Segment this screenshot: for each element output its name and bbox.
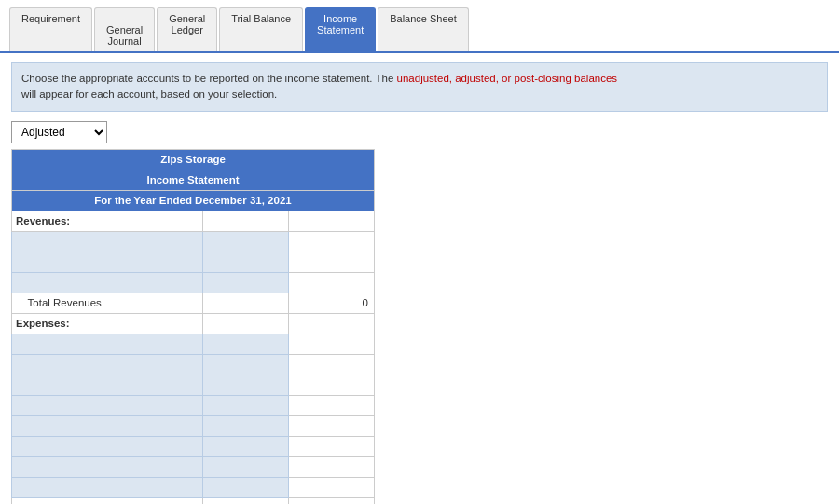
revenue-account-1-input[interactable] bbox=[16, 236, 199, 247]
expense-account-1-input[interactable] bbox=[16, 338, 199, 349]
expenses-section-label-row: Expenses: bbox=[12, 313, 375, 334]
expense-amount-2a[interactable] bbox=[202, 354, 288, 375]
expense-account-8-input[interactable] bbox=[16, 482, 199, 493]
report-period-row: For the Year Ended December 31, 2021 bbox=[12, 190, 375, 211]
report-title: Income Statement bbox=[12, 170, 375, 190]
revenue-account-2[interactable] bbox=[12, 252, 203, 272]
revenue-amount-3a-input[interactable] bbox=[207, 277, 284, 288]
expense-amount-7a-input[interactable] bbox=[207, 461, 284, 472]
info-text-after: will appear for each account, based on y… bbox=[21, 89, 277, 100]
expense-amount-3a-input[interactable] bbox=[207, 379, 284, 390]
total-expenses-label: Total Expenses bbox=[12, 497, 203, 504]
dropdown-row: Unadjusted Adjusted Post-Closing bbox=[11, 121, 828, 143]
expense-account-7-input[interactable] bbox=[16, 461, 199, 472]
expense-account-3-input[interactable] bbox=[16, 379, 199, 390]
balance-type-dropdown[interactable]: Unadjusted Adjusted Post-Closing bbox=[11, 121, 107, 143]
expense-account-7[interactable] bbox=[12, 456, 203, 477]
tab-general-journal-label: GeneralJournal bbox=[106, 24, 143, 47]
expense-amount-1a[interactable] bbox=[202, 334, 288, 354]
revenue-account-3[interactable] bbox=[12, 272, 203, 293]
revenue-account-1[interactable] bbox=[12, 231, 203, 252]
expense-amount-5a-input[interactable] bbox=[207, 420, 284, 431]
expense-account-4-input[interactable] bbox=[16, 400, 199, 411]
company-name-row: Zips Storage bbox=[12, 149, 375, 170]
expense-amount-4a-input[interactable] bbox=[207, 400, 284, 411]
expense-account-2[interactable] bbox=[12, 354, 203, 375]
tab-balance-sheet[interactable]: Balance Sheet bbox=[378, 7, 469, 51]
expense-account-5-input[interactable] bbox=[16, 420, 199, 431]
revenues-section-label-row: Revenues: bbox=[12, 211, 375, 231]
expense-account-3[interactable] bbox=[12, 375, 203, 395]
revenue-row-2 bbox=[12, 252, 375, 272]
info-box: Choose the appropriate accounts to be re… bbox=[11, 62, 828, 112]
expense-row-2 bbox=[12, 354, 375, 375]
tab-income-statement[interactable]: IncomeStatement bbox=[305, 7, 376, 51]
tab-general-journal[interactable]: GeneralJournal bbox=[94, 7, 155, 51]
total-expenses-value: 0 bbox=[288, 497, 374, 504]
expense-amount-4a[interactable] bbox=[202, 395, 288, 415]
total-revenues-value: 0 bbox=[288, 293, 374, 313]
expense-amount-1a-input[interactable] bbox=[207, 338, 284, 349]
revenue-row-3 bbox=[12, 272, 375, 293]
expense-row-4 bbox=[12, 395, 375, 415]
tab-general-ledger-label: GeneralLedger bbox=[169, 13, 205, 35]
expense-row-7 bbox=[12, 456, 375, 477]
report-period: For the Year Ended December 31, 2021 bbox=[12, 190, 375, 211]
tab-requirement[interactable]: Requirement bbox=[9, 7, 92, 51]
total-revenues-label: Total Revenues bbox=[12, 293, 203, 313]
expense-account-8[interactable] bbox=[12, 477, 203, 497]
total-revenues-row: Total Revenues 0 bbox=[12, 293, 375, 313]
expense-amount-6a[interactable] bbox=[202, 436, 288, 456]
expense-row-8 bbox=[12, 477, 375, 497]
revenue-row-1 bbox=[12, 231, 375, 252]
expense-account-2-input[interactable] bbox=[16, 359, 199, 370]
expense-account-6-input[interactable] bbox=[16, 441, 199, 452]
expense-amount-6a-input[interactable] bbox=[207, 441, 284, 452]
revenue-account-2-input[interactable] bbox=[16, 256, 199, 267]
expense-account-5[interactable] bbox=[12, 415, 203, 436]
info-text-before: Choose the appropriate accounts to be re… bbox=[21, 73, 397, 84]
expense-amount-5a[interactable] bbox=[202, 415, 288, 436]
expense-row-5 bbox=[12, 415, 375, 436]
expense-account-1[interactable] bbox=[12, 334, 203, 354]
info-text-highlight: unadjusted, adjusted, or post-closing ba… bbox=[397, 73, 618, 84]
expense-row-1 bbox=[12, 334, 375, 354]
revenues-label: Revenues: bbox=[12, 211, 203, 231]
expense-amount-8a-input[interactable] bbox=[207, 482, 284, 493]
expense-amount-7a[interactable] bbox=[202, 456, 288, 477]
expense-amount-3a[interactable] bbox=[202, 375, 288, 395]
expense-account-4[interactable] bbox=[12, 395, 203, 415]
revenue-amount-1a-input[interactable] bbox=[207, 236, 284, 247]
revenue-amount-1a[interactable] bbox=[202, 231, 288, 252]
expense-row-3 bbox=[12, 375, 375, 395]
expense-account-6[interactable] bbox=[12, 436, 203, 456]
report-title-row: Income Statement bbox=[12, 170, 375, 190]
revenue-account-3-input[interactable] bbox=[16, 277, 199, 288]
expenses-label: Expenses: bbox=[12, 313, 203, 334]
tab-trial-balance[interactable]: Trial Balance bbox=[219, 7, 303, 51]
revenue-amount-3a[interactable] bbox=[202, 272, 288, 293]
main-content: Zips Storage Income Statement For the Ye… bbox=[11, 149, 828, 505]
revenue-amount-2a[interactable] bbox=[202, 252, 288, 272]
expense-amount-8a[interactable] bbox=[202, 477, 288, 497]
revenue-amount-2a-input[interactable] bbox=[207, 256, 284, 267]
expense-amount-2a-input[interactable] bbox=[207, 359, 284, 370]
company-name: Zips Storage bbox=[12, 149, 375, 170]
total-expenses-row: Total Expenses 0 bbox=[12, 497, 375, 504]
expense-row-6 bbox=[12, 436, 375, 456]
income-statement-table: Zips Storage Income Statement For the Ye… bbox=[11, 149, 375, 505]
tab-bar: Requirement GeneralJournal GeneralLedger… bbox=[0, 0, 839, 53]
tab-general-ledger[interactable]: GeneralLedger bbox=[157, 7, 217, 51]
tab-income-statement-label: IncomeStatement bbox=[317, 13, 364, 35]
